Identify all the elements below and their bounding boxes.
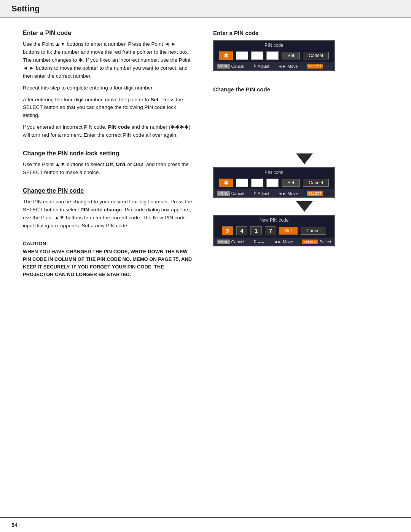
pin-dialog-2: PIN code ✱ Set Cancel MENU Cancel ⇕ <box>213 167 335 198</box>
footer-select-label-2: ----- <box>324 191 331 196</box>
new-pin-set-btn[interactable]: Set <box>279 227 298 235</box>
new-pin-num-2: 4 <box>236 226 248 235</box>
page-number: 54 <box>11 522 18 528</box>
footer-move-label-2: Move <box>288 191 298 196</box>
footer-select-label-1: ----- <box>324 64 331 69</box>
select-key-3: SELECT <box>302 240 318 244</box>
footer-adjust-3: ⇕ ----- <box>253 239 264 244</box>
left-column: Enter a PIN code Use the Point ▲▼ button… <box>23 30 206 278</box>
pin-asterisk-2: ✱ <box>219 179 233 187</box>
pin-asterisk-1: ✱ <box>219 51 233 60</box>
pin-dialog-2-title: PIN code <box>214 168 334 176</box>
section-change-lock: Change the PIN code lock setting Use the… <box>23 150 194 177</box>
caution-title: CAUTION: <box>23 241 194 246</box>
footer-move-icon-2: ◄► <box>278 191 287 196</box>
footer-cancel-label-2: Cancel <box>231 191 244 196</box>
arrow-down-1 <box>296 153 313 164</box>
enter-pin-para1: Use the Point ▲▼ buttons to enter a numb… <box>23 40 194 80</box>
pin-box-1 <box>236 51 248 60</box>
change-pin-para1: The PIN code can be changed to your desi… <box>23 198 194 230</box>
right-enter-pin-label: Enter a PIN code <box>213 30 396 36</box>
caution-block: CAUTION: WHEN YOU HAVE CHANGED THE PIN C… <box>23 241 194 279</box>
footer-menu-3: MENU Cancel <box>217 240 244 244</box>
enter-pin-para2: Repeat this step to complete entering a … <box>23 84 194 92</box>
pin-set-btn-1[interactable]: Set <box>282 52 300 59</box>
footer-cancel-label-1: Cancel <box>231 64 244 69</box>
footer-move-label-1: Move <box>288 64 298 69</box>
pin-dialog-1-title: PIN code <box>214 41 334 49</box>
pin-dialog-2-body: ✱ Set Cancel <box>214 176 334 189</box>
footer-adjust-1: ⇕ Adjust <box>253 64 269 69</box>
footer-adjust-icon-2: ⇕ <box>253 191 256 196</box>
pin-box-6 <box>266 179 279 187</box>
select-key-1: SELECT <box>307 64 323 69</box>
menu-key-1: MENU <box>217 64 230 69</box>
pin-box-5 <box>251 179 263 187</box>
menu-key-2: MENU <box>217 191 230 196</box>
pin-dialog-1-footer: MENU Cancel ⇕ Adjust ◄► Move SELECT ----… <box>214 62 334 70</box>
pin-dialog-2-footer: MENU Cancel ⇕ Adjust ◄► Move SELECT ----… <box>214 189 334 197</box>
new-pin-num-3: 1 <box>250 226 262 235</box>
pin-cancel-btn-1[interactable]: Cancel <box>303 52 328 59</box>
right-change-pin-label: Change the PIN code <box>213 86 396 93</box>
spacer <box>213 97 396 150</box>
select-key-2: SELECT <box>307 191 323 196</box>
footer-cancel-label-3: Cancel <box>231 240 244 244</box>
footer-select-1: SELECT ----- <box>307 64 331 69</box>
section-enter-pin: Enter a PIN code Use the Point ▲▼ button… <box>23 30 194 139</box>
pin-dialog-1: PIN code ✱ Set Cancel MENU Cancel ⇕ <box>213 40 335 71</box>
section-change-pin: Change the PIN code The PIN code can be … <box>23 187 194 230</box>
footer-move-1: ◄► Move <box>278 64 298 69</box>
pin-box-3 <box>266 51 279 60</box>
new-pin-title: New PIN code <box>214 216 334 224</box>
footer-adjust-label-3: ----- <box>258 240 264 244</box>
footer-move-icon-3: ◄► <box>273 240 282 244</box>
footer-move-label-3: Move <box>283 240 293 244</box>
caution-text: WHEN YOU HAVE CHANGED THE PIN CODE, WRIT… <box>23 248 194 279</box>
change-lock-para1: Use the Point ▲▼ buttons to select Off, … <box>23 161 194 177</box>
footer-adjust-icon-1: ⇕ <box>253 64 256 69</box>
page-footer: 54 <box>0 517 411 532</box>
footer-move-icon-1: ◄► <box>278 64 287 69</box>
enter-pin-para4: If you entered an incorrect PIN code, PI… <box>23 123 194 139</box>
right-enter-pin-section: Enter a PIN code PIN code ✱ Set Cancel M… <box>213 30 396 71</box>
pin-box-4 <box>236 179 248 187</box>
page-header: Setting <box>0 0 411 18</box>
enter-pin-title: Enter a PIN code <box>23 30 194 37</box>
footer-select-3: SELECT Select <box>302 240 331 244</box>
footer-select-2: SELECT ----- <box>307 191 331 196</box>
arrow-down-2 <box>296 201 313 212</box>
change-lock-title: Change the PIN code lock setting <box>23 150 194 157</box>
enter-pin-para3: After entering the four-digit number, mo… <box>23 96 194 120</box>
footer-adjust-2: ⇕ Adjust <box>253 191 269 196</box>
page-title: Setting <box>11 4 400 14</box>
footer-adjust-label-1: Adjust <box>258 64 269 69</box>
footer-menu-2: MENU Cancel <box>217 191 244 196</box>
footer-move-2: ◄► Move <box>278 191 298 196</box>
right-change-pin-area: Change the PIN code PIN code ✱ Set Cance… <box>213 86 396 246</box>
footer-menu-1: MENU Cancel <box>217 64 244 69</box>
main-content: Enter a PIN code Use the Point ▲▼ button… <box>0 18 411 294</box>
new-pin-cancel-btn[interactable]: Cancel <box>301 227 326 235</box>
new-pin-dialog: New PIN code 3 4 1 7 Set Cancel MENU Can… <box>213 215 335 246</box>
pin-box-2 <box>251 51 263 60</box>
footer-move-3: ◄► Move <box>273 240 293 244</box>
pin-dialog-1-body: ✱ Set Cancel <box>214 49 334 62</box>
change-pin-title: Change the PIN code <box>23 187 194 194</box>
new-pin-num-1: 3 <box>222 226 233 235</box>
footer-select-label-3: Select <box>319 240 331 244</box>
new-pin-num-4: 7 <box>265 226 276 235</box>
new-pin-body: 3 4 1 7 Set Cancel <box>214 224 334 238</box>
pin-set-btn-2[interactable]: Set <box>282 179 300 187</box>
footer-adjust-label-2: Adjust <box>258 191 269 196</box>
pin-cancel-btn-2[interactable]: Cancel <box>303 179 328 187</box>
right-column: Enter a PIN code PIN code ✱ Set Cancel M… <box>206 30 396 278</box>
menu-key-3: MENU <box>217 240 230 244</box>
new-pin-dialog-footer: MENU Cancel ⇕ ----- ◄► Move SELECT Selec… <box>214 238 334 246</box>
footer-adjust-icon-3: ⇕ <box>253 239 256 244</box>
